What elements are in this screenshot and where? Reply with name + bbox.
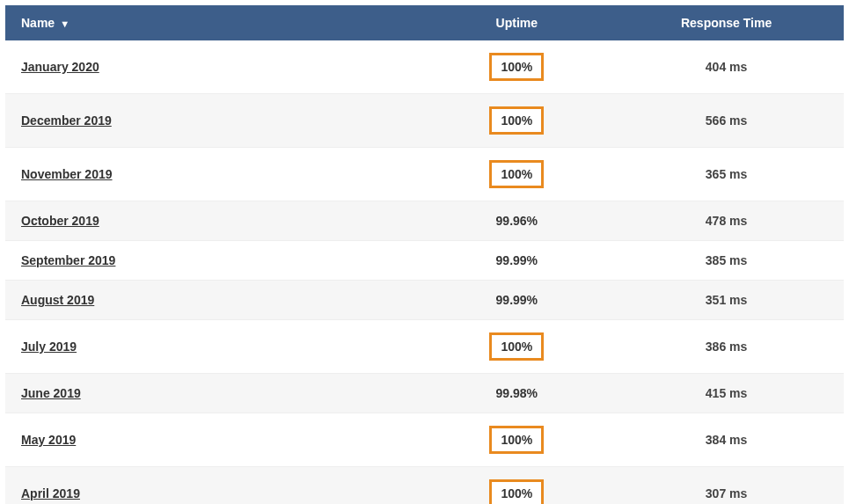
uptime-table: Name▼ Uptime Response Time January 20201… [5,5,844,504]
month-link[interactable]: December 2019 [21,113,112,128]
cell-response: 478 ms [609,201,844,241]
response-value: 404 ms [706,60,747,74]
header-name-label: Name [21,16,55,30]
uptime-value: 99.99% [496,253,538,267]
cell-response: 307 ms [609,467,844,505]
uptime-badge: 100% [489,160,544,188]
cell-name: January 2020 [5,40,425,94]
table-row: January 2020100%404 ms [5,40,844,94]
cell-uptime: 100% [425,94,610,148]
uptime-badge: 100% [489,106,544,135]
cell-uptime: 99.99% [425,281,610,320]
response-value: 386 ms [706,340,747,354]
cell-uptime: 99.96% [425,201,610,241]
month-link[interactable]: November 2019 [21,167,113,181]
cell-uptime: 100% [425,320,610,374]
uptime-badge: 100% [489,426,544,454]
cell-uptime: 99.98% [425,374,610,413]
cell-response: 386 ms [609,320,844,374]
header-name[interactable]: Name▼ [5,5,425,40]
cell-name: October 2019 [5,201,425,241]
table-row: August 201999.99%351 ms [5,281,844,320]
response-value: 566 ms [706,113,747,128]
cell-name: May 2019 [5,413,425,467]
uptime-value: 99.96% [496,214,538,228]
cell-response: 385 ms [609,241,844,281]
cell-name: December 2019 [5,94,425,148]
month-link[interactable]: August 2019 [21,293,94,307]
cell-name: July 2019 [5,320,425,374]
uptime-badge: 100% [489,332,544,361]
cell-uptime: 100% [425,413,610,467]
table-row: October 201999.96%478 ms [5,201,844,241]
uptime-badge: 100% [489,479,544,504]
month-link[interactable]: January 2020 [21,60,99,74]
cell-name: June 2019 [5,374,425,413]
uptime-value: 99.98% [496,386,538,400]
cell-name: August 2019 [5,281,425,320]
header-uptime[interactable]: Uptime [425,5,610,40]
cell-uptime: 100% [425,148,610,201]
cell-name: September 2019 [5,241,425,281]
month-link[interactable]: April 2019 [21,486,80,500]
cell-uptime: 99.99% [425,241,610,281]
month-link[interactable]: September 2019 [21,253,115,267]
table-row: September 201999.99%385 ms [5,241,844,281]
response-value: 365 ms [706,167,747,181]
cell-response: 404 ms [609,40,844,94]
month-link[interactable]: July 2019 [21,340,77,354]
month-link[interactable]: October 2019 [21,214,99,228]
cell-response: 415 ms [609,374,844,413]
table-row: May 2019100%384 ms [5,413,844,467]
table-row: November 2019100%365 ms [5,148,844,201]
month-link[interactable]: June 2019 [21,386,81,400]
response-value: 415 ms [706,386,747,400]
uptime-badge: 100% [489,53,544,81]
cell-response: 566 ms [609,94,844,148]
table-header-row: Name▼ Uptime Response Time [5,5,844,40]
table-row: July 2019100%386 ms [5,320,844,374]
uptime-value: 99.99% [496,293,538,307]
table-row: April 2019100%307 ms [5,467,844,505]
header-response[interactable]: Response Time [609,5,844,40]
cell-uptime: 100% [425,40,610,94]
table-row: June 201999.98%415 ms [5,374,844,413]
cell-name: November 2019 [5,148,425,201]
sort-desc-icon: ▼ [60,18,70,29]
response-value: 385 ms [706,253,747,267]
cell-name: April 2019 [5,467,425,505]
table-row: December 2019100%566 ms [5,94,844,148]
response-value: 478 ms [706,214,747,228]
cell-response: 365 ms [609,148,844,201]
header-uptime-label: Uptime [496,16,538,30]
month-link[interactable]: May 2019 [21,433,76,447]
response-value: 384 ms [706,433,747,447]
cell-uptime: 100% [425,467,610,505]
response-value: 351 ms [706,293,747,307]
cell-response: 351 ms [609,281,844,320]
header-response-label: Response Time [681,16,772,30]
response-value: 307 ms [706,486,747,500]
cell-response: 384 ms [609,413,844,467]
